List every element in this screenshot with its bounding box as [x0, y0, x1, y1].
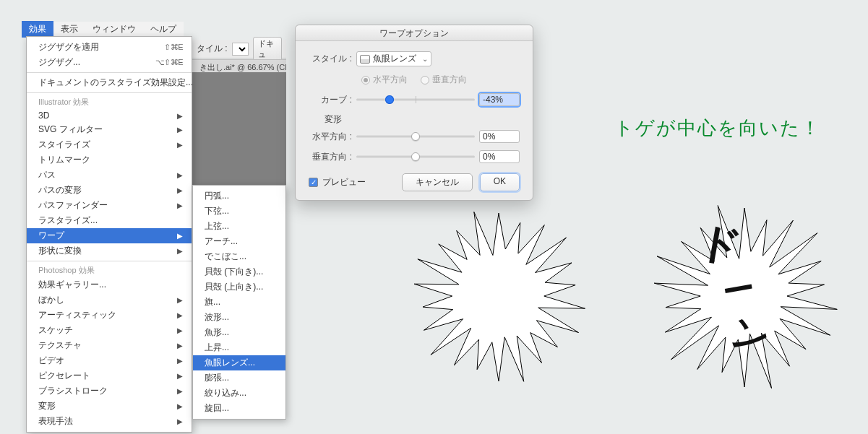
vdist-label: 垂直方向 : [309, 151, 352, 163]
menu-item-trim-marks[interactable]: トリムマーク [27, 152, 192, 168]
menu-item-blur[interactable]: ぼかし▶ [27, 292, 192, 308]
menu-item-distort[interactable]: 変形▶ [27, 399, 192, 414]
menu-item-path[interactable]: パス▶ [27, 168, 192, 183]
menu-item-pathfinder[interactable]: パスファインダー▶ [27, 198, 192, 213]
bend-value-input[interactable]: -43% [479, 93, 520, 106]
warp-shell-upper[interactable]: 貝殻 (上向き)... [193, 279, 285, 295]
orientation-horizontal-radio[interactable]: 水平方向 [361, 74, 408, 86]
preview-checkbox[interactable]: ✓ プレビュー [309, 176, 366, 188]
warp-rise[interactable]: 上昇... [193, 340, 285, 355]
menu-item-3d[interactable]: 3D▶ [27, 109, 192, 122]
menu-item-sketch[interactable]: スケッチ▶ [27, 323, 192, 338]
chevron-down-icon: ⌄ [422, 55, 428, 63]
hdist-label: 水平方向 : [309, 131, 352, 143]
warp-flag[interactable]: 旗... [193, 295, 285, 310]
annotation-text: トゲが中心を向いた！ [614, 116, 821, 141]
warp-arc-upper[interactable]: 上弦... [193, 219, 285, 234]
menu-view[interactable]: 表示 [53, 21, 85, 38]
menu-item-doc-raster-settings[interactable]: ドキュメントのラスタライズ効果設定... [27, 75, 192, 90]
warp-inflate[interactable]: 膨張... [193, 370, 285, 386]
menu-item-video[interactable]: ビデオ▶ [27, 353, 192, 368]
warp-style-select[interactable]: 魚眼レンズ ⌄ [356, 51, 431, 66]
menu-item-effect-gallery[interactable]: 効果ギャラリー... [27, 277, 192, 292]
bend-slider[interactable] [356, 95, 475, 105]
distortion-header: 変形 [325, 113, 520, 126]
menu-item-pixelate[interactable]: ピクセレート▶ [27, 368, 192, 383]
hdist-value-input[interactable]: 0% [479, 130, 520, 143]
warp-squeeze[interactable]: 絞り込み... [193, 386, 285, 401]
starburst-left [408, 188, 589, 404]
effects-dropdown: ジグザグを適用 ⇧⌘E ジグザグ... ⌥⇧⌘E ドキュメントのラスタライズ効果… [26, 36, 192, 433]
menu-item-warp[interactable]: ワープ▶ [27, 228, 192, 243]
menu-bar: 効果 表示 ウィンドウ ヘルプ [22, 22, 184, 36]
menu-item-apply-zigzag[interactable]: ジグザグを適用 ⇧⌘E [27, 40, 192, 55]
warp-arc-lower[interactable]: 下弦... [193, 204, 285, 219]
menu-item-distort-transform[interactable]: パスの変形▶ [27, 183, 192, 198]
menu-item-svg-filter[interactable]: SVG フィルター▶ [27, 122, 192, 137]
warp-twist[interactable]: 旋回... [193, 401, 285, 416]
menu-effects[interactable]: 効果 [22, 21, 53, 38]
warp-bulge[interactable]: でこぼこ... [193, 249, 285, 264]
menu-window[interactable]: ウィンドウ [85, 21, 143, 38]
warp-arch[interactable]: アーチ... [193, 234, 285, 249]
tile-style-label: タイル : [197, 43, 228, 55]
menu-item-artistic[interactable]: アーティスティック▶ [27, 308, 192, 323]
menu-item-stylize[interactable]: スタイライズ▶ [27, 137, 192, 152]
warp-arc[interactable]: 円弧... [193, 188, 285, 204]
warp-fisheye[interactable]: 魚眼レンズ... [193, 355, 285, 370]
menu-item-zigzag[interactable]: ジグザグ... ⌥⇧⌘E [27, 55, 192, 70]
fisheye-icon [360, 55, 370, 64]
menu-item-stylize-ps[interactable]: 表現手法▶ [27, 414, 192, 429]
warp-fish[interactable]: 魚形... [193, 325, 285, 340]
menu-item-brush-strokes[interactable]: ブラシストローク▶ [27, 383, 192, 399]
menu-item-texture[interactable]: テクスチャ▶ [27, 338, 192, 353]
menu-item-rasterize[interactable]: ラスタライズ... [27, 213, 192, 228]
dialog-title: ワープオプション [296, 25, 533, 41]
group-header-illustrator: Illustrator 効果 [27, 95, 192, 109]
warp-submenu: 円弧... 下弦... 上弦... アーチ... でこぼこ... 貝殻 (下向き… [192, 185, 286, 420]
warp-options-dialog: ワープオプション スタイル : 魚眼レンズ ⌄ 水平方向 垂直方向 カーブ : [295, 25, 533, 201]
menu-item-convert-shape[interactable]: 形状に変換▶ [27, 243, 192, 259]
vdist-value-input[interactable]: 0% [479, 150, 520, 163]
bend-label: カーブ : [309, 94, 352, 106]
orientation-vertical-radio[interactable]: 垂直方向 [421, 74, 467, 86]
hdist-slider[interactable] [356, 131, 475, 142]
vdist-slider[interactable] [356, 152, 475, 162]
toolbar-fragment: タイル : ドキュ [192, 40, 286, 58]
document-setup-button[interactable]: ドキュ [253, 37, 282, 61]
svg-marker-0 [414, 212, 585, 381]
warp-wave[interactable]: 波形... [193, 310, 285, 325]
style-label: スタイル : [309, 53, 352, 65]
group-header-photoshop: Photoshop 効果 [27, 264, 192, 277]
menu-help[interactable]: ヘルプ [143, 21, 184, 38]
tile-style-select[interactable] [232, 43, 249, 56]
warp-shell-lower[interactable]: 貝殻 (下向き)... [193, 264, 285, 279]
